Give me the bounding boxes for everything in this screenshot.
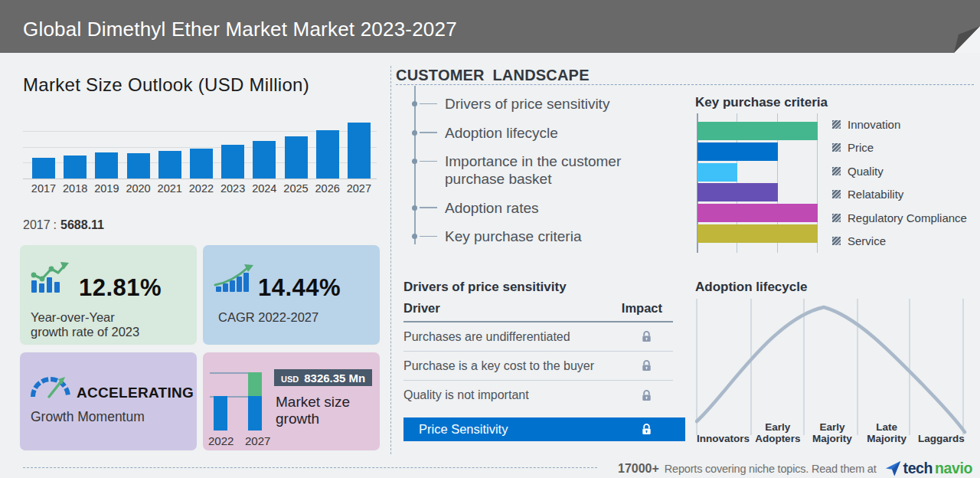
drivers-table-title: Drivers of price sensitivity [403, 280, 567, 295]
adoption-lifecycle-title: Adoption lifecycle [695, 280, 807, 295]
kp-bar-quality [697, 163, 737, 182]
page-title: Global Dimethyl Ether Market Market 2023… [23, 18, 457, 41]
yoy-growth-value: 12.81% [79, 274, 162, 302]
cagr-value: 14.44% [258, 274, 341, 302]
kp-bar-service [697, 224, 818, 243]
market-bar-year-label: 2025 [283, 182, 308, 195]
market-size-growth-card: 2022 2027 USD 8326.35 Mn Market size gro… [203, 352, 380, 450]
drivers-table: Driver Impact Purchases are undifferenti… [403, 301, 673, 410]
hatched-swatch-icon [832, 190, 841, 198]
market-bar-column-2018: 2018 [60, 116, 90, 178]
mini-bar-2027-base [248, 396, 262, 431]
market-bar-year-label: 2018 [63, 182, 87, 195]
adoption-stage-label-late-majority: LateMajority [860, 417, 914, 444]
market-bar-year-label: 2023 [220, 182, 245, 195]
hatched-swatch-icon [832, 237, 841, 245]
kp-bar-price [697, 142, 778, 161]
growth-card-label: Market size growth [276, 394, 350, 427]
market-bar-2022 [190, 149, 213, 178]
market-bar-column-2022: 2022 [187, 116, 216, 178]
driver-row-key-cost: Purchase is a key cost to the buyer [403, 352, 673, 381]
list-item-drivers-of-price-sensitivity: Drivers of price sensitivity [413, 95, 659, 113]
cagr-label: CAGR 2022-2027 [218, 310, 318, 325]
al-stage-labels: InnovatorsEarlyAdoptersEarlyMajorityLate… [696, 417, 969, 444]
market-outlook-title: Market Size Outlook (USD Million) [23, 74, 309, 96]
kp-legend-label: Quality [848, 165, 884, 178]
key-purchase-bar-chart [697, 113, 818, 253]
yoy-growth-label: Year-over-Year growth rate of 2023 [31, 310, 139, 339]
lock-icon [640, 330, 653, 343]
market-bar-2017 [32, 158, 55, 178]
list-item-importance-purchase-basket: Importance in the customer purchase bask… [413, 152, 659, 188]
adoption-lifecycle-chart: InnovatorsEarlyAdoptersEarlyMajorityLate… [695, 297, 971, 447]
lock-icon [640, 359, 653, 372]
badge-currency: USD [281, 375, 299, 384]
kp-legend-item-relatability: Relatability [832, 186, 967, 203]
market-bar-year-label: 2022 [189, 182, 214, 195]
list-item-adoption-lifecycle: Adoption lifecycle [413, 124, 659, 142]
market-bar-year-label: 2020 [126, 182, 150, 195]
customer-landscape-list: Drivers of price sensitivity Adoption li… [413, 95, 650, 257]
badge-value: 8326.35 Mn [304, 372, 365, 385]
market-bar-column-2027: 2027 [345, 116, 374, 178]
hatched-swatch-icon [832, 214, 841, 222]
market-bar-year-label: 2027 [347, 182, 371, 195]
key-purchase-criteria-title: Key purchase criteria [695, 95, 828, 110]
adoption-curve-svg [695, 297, 971, 437]
hatched-swatch-icon [832, 167, 841, 175]
adoption-stage-label-early-adopters: EarlyAdopters [750, 417, 805, 444]
mini-year-start: 2022 [208, 434, 234, 447]
drivers-table-header: Driver Impact [403, 301, 673, 322]
price-sensitivity-highlight-row: Price Sensitivity [403, 417, 685, 441]
driver-row-undifferentiated: Purchases are undifferentiated [403, 322, 673, 352]
brand-navio: navio [935, 460, 972, 477]
market-bar-year-label: 2021 [158, 182, 182, 195]
mini-year-end: 2027 [245, 434, 270, 447]
mini-bar-2027-growth [248, 372, 262, 396]
momentum-label: Growth Momentum [31, 409, 145, 425]
page-fold-corner-decoration [903, 0, 980, 53]
kp-legend-label: Relatability [848, 188, 903, 201]
driver-row-quality: Quality is not important [403, 381, 673, 410]
kp-legend-item-regulatory-compliance: Regulatory Compliance [832, 209, 967, 226]
market-bar-2020 [127, 153, 150, 178]
kp-legend-label: Innovation [848, 118, 900, 131]
yoy-growth-card: 12.81% Year-over-Year growth rate of 202… [20, 245, 197, 345]
market-bar-2027 [348, 123, 371, 178]
momentum-status: ACCELERATING [77, 385, 194, 401]
footer-dashed-line [23, 467, 597, 468]
market-bar-2019 [95, 152, 118, 178]
hatched-swatch-icon [832, 143, 841, 152]
kp-legend-item-innovation: Innovation [832, 116, 967, 133]
kp-bar-innovation [697, 122, 818, 140]
kp-legend-item-price: Price [832, 139, 967, 156]
adoption-stage-label-laggards: Laggards [914, 417, 969, 444]
speedometer-icon [29, 372, 72, 399]
column-driver: Driver [403, 301, 440, 316]
customer-landscape-title: CUSTOMER LANDSCAPE [396, 67, 590, 84]
report-count: 17000+ [618, 462, 659, 476]
lock-icon [640, 389, 653, 402]
callout-value: 5688.11 [60, 218, 104, 231]
customer-landscape-underline [396, 84, 974, 85]
market-bar-2024 [253, 141, 276, 178]
callout-year: 2017 [23, 218, 51, 231]
market-bar-2023 [221, 145, 244, 179]
market-bar-2021 [158, 151, 181, 178]
market-size-bar-chart: 2017201820192020202120222023202420252026… [23, 116, 377, 179]
kp-legend-label: Regulatory Compliance [848, 211, 967, 224]
market-bar-2018 [64, 156, 87, 178]
market-bar-2026 [316, 130, 339, 178]
adoption-stage-label-innovators: Innovators [696, 417, 750, 444]
kp-legend-label: Service [848, 234, 886, 247]
adoption-stage-label-early-majority: EarlyMajority [805, 417, 859, 444]
growth-mini-chart: 2022 2027 [210, 372, 262, 431]
market-bar-year-label: 2024 [252, 182, 276, 195]
list-item-adoption-rates: Adoption rates [413, 199, 659, 217]
market-bar-year-label: 2019 [94, 182, 119, 195]
market-bar-column-2021: 2021 [155, 116, 185, 178]
list-item-key-purchase-criteria: Key purchase criteria [413, 228, 659, 245]
technavio-logo: technavio [885, 460, 972, 477]
growth-value-badge: USD 8326.35 Mn [274, 369, 372, 386]
rising-bars-arrow-icon [214, 264, 255, 293]
